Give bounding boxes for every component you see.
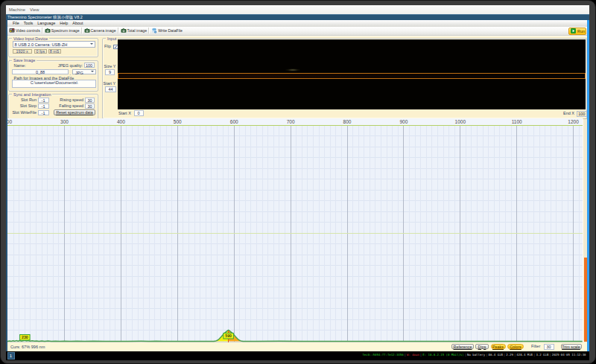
slot-writefile-label: Slot WriteFile [10,111,37,115]
start-y-field[interactable]: 44 [105,86,116,92]
menu-language[interactable]: Language [35,21,57,25]
chevron-down-icon [91,71,94,72]
format-select[interactable]: JPG [72,69,96,75]
colors-button[interactable]: Colors [507,344,524,350]
video-stat-ms: 8 mS [48,49,61,54]
toolbar-camera-image[interactable]: Camera image [83,27,118,36]
svg-text:800: 800 [343,119,352,124]
start-x-field[interactable]: 0 [134,110,144,116]
video-glow [285,68,301,71]
toolbar-camera-image-label: Camera image [91,28,116,33]
window-titlebar[interactable]: Theremino Spectrometer 狼族小傑版 V8.2 [6,14,589,20]
window-border-right [587,20,589,351]
group-save-image-title: Save Image [12,59,37,63]
menu-file[interactable]: File [10,21,22,25]
video-stat-resolution: 1920 x [13,49,32,54]
slot-stop-field[interactable]: -1 [38,103,49,109]
size-y-label: Size Y [104,65,116,69]
svg-text:300: 300 [60,119,69,124]
rising-speed-field[interactable]: 30 [85,98,95,103]
level-indicator-bar [584,258,587,342]
app-toolbar: Video controls Spectrum image Camera ima… [7,27,587,36]
app-menubar: File Tools Language Help About [7,20,587,27]
svg-text:1100: 1100 [512,119,522,124]
toolbar-video-controls[interactable]: Video controls [7,27,42,36]
slot-run-field[interactable]: -1 [38,98,49,103]
start-y-label: Start Y [104,82,116,86]
cursor-readout: Curs: 67% 996 nm [10,345,45,349]
jpeg-quality-label: JPEG quality: [45,64,83,68]
video-stat-fps: 0 fps [34,49,47,54]
filter-label: Filter [531,345,540,349]
toolbar-total-image[interactable]: Total image [119,27,149,36]
slot-writefile-field[interactable]: -1 [38,110,49,115]
chevron-down-icon [90,43,93,45]
toolbar-write-datafile-label: Write DataFile [158,28,183,33]
svg-text:1000: 1000 [455,119,466,124]
i3bar: 1 fec0::5054:ff:fe12:3456|W: down|E: 10.… [6,351,589,361]
end-x-field[interactable]: 100 [577,111,587,117]
svg-text:200: 200 [7,119,12,124]
reset-spectrum-button[interactable]: Reset spectrum data [54,109,95,115]
check-icon [114,45,118,49]
camera-icon [121,28,127,33]
format-value: JPG [75,71,83,75]
level-indicator-track [583,118,587,342]
toolbar-write-datafile[interactable]: Write DataFile [150,27,184,36]
host-menu-view[interactable]: View [28,7,41,12]
camera-icon [45,28,51,33]
file-name-field[interactable]: 0_88 [12,69,69,75]
menu-about[interactable]: About [70,21,85,25]
run-button-label: Run [577,29,585,33]
path-field[interactable]: C:\users\user\Documents\ [12,80,96,88]
toolbar-spectrum-image-label: Spectrum image [51,28,80,33]
video-controls-icon [9,28,15,33]
slot-stop-label: Slot Stop [13,104,37,109]
jpeg-quality-field[interactable]: 100 [84,63,95,68]
svg-text:600: 600 [230,119,238,124]
video-device-value: 8 USB 2.0 Camera: USB-ZH [15,42,68,47]
flip-label: Flip [104,45,111,49]
trim-scale-button[interactable]: Trim scale [561,344,582,350]
video-device-select[interactable]: 8 USB 2.0 Camera: USB-ZH [13,41,95,48]
reference-button[interactable]: Reference [451,344,474,350]
run-button[interactable]: Run [568,28,586,35]
menu-help[interactable]: Help [57,21,70,25]
svg-text:400: 400 [117,119,125,124]
name-label: Name: [14,64,26,68]
svg-text:590: 590 [225,333,232,338]
end-x-label: End X [552,112,574,116]
filter-field[interactable]: 30 [544,344,554,350]
falling-speed-label: Falling speed [54,104,83,109]
menu-tools[interactable]: Tools [22,21,36,25]
screenshot-stage: Machine View Theremino Spectrometer 狼族小傑… [0,0,596,364]
scanline-selection[interactable] [118,73,586,80]
svg-text:230: 230 [22,335,28,339]
svg-text:700: 700 [287,119,295,124]
workspace-button[interactable]: 1 [7,352,15,360]
status-line: fec0::5054:ff:fe12:3456|W: down|E: 10.0.… [362,353,586,357]
chart-bottom-bar: Curs: 67% 996 nm Reference Dips Peaks Co… [7,342,587,351]
svg-text:500: 500 [174,119,182,124]
toolbar-total-image-label: Total image [127,28,148,33]
play-icon [571,28,576,33]
svg-text:1200: 1200 [568,119,579,124]
group-input-title: Input [106,37,118,42]
dips-button[interactable]: Dips [475,344,489,350]
slot-run-label: Slot Run [13,98,37,103]
camera-icon [84,28,90,33]
group-sync-integration-title: Sync and Integration [12,93,52,98]
datafile-icon [151,28,157,33]
toolbar-spectrum-image[interactable]: Spectrum image [43,27,81,36]
size-y-field[interactable]: 9 [105,69,115,75]
rising-speed-label: Rising speed [54,98,83,103]
start-x-label: Start X [118,112,131,116]
falling-speed-field[interactable]: 30 [85,103,95,109]
toolbar-video-controls-label: Video controls [16,28,40,33]
peaks-button[interactable]: Peaks [491,344,506,350]
spectrum-chart[interactable]: 2003004005006007008009001000110012002305… [7,118,583,342]
svg-text:900: 900 [399,119,408,124]
host-menu-machine[interactable]: Machine [7,7,28,12]
